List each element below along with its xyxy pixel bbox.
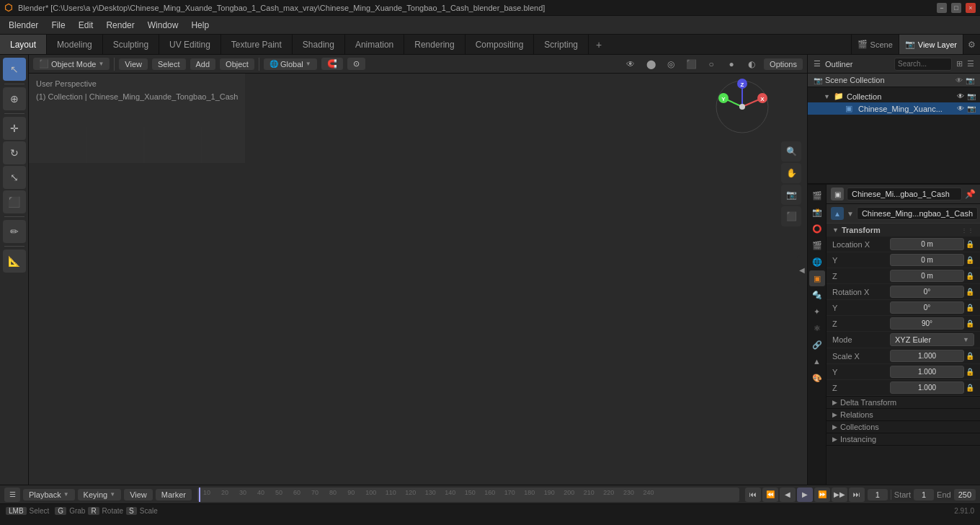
jump-start-button[interactable]: ⏮ bbox=[745, 488, 761, 502]
current-frame-field[interactable]: 1 bbox=[868, 489, 888, 500]
play-reverse-button[interactable]: ◀ bbox=[780, 488, 796, 502]
annotate-tool-button[interactable]: ✏ bbox=[3, 220, 26, 243]
select-tool-button[interactable]: ↖ bbox=[3, 58, 26, 81]
rotation-y-lock[interactable]: 🔒 bbox=[966, 304, 974, 312]
sidebar-collapse-button[interactable]: ◀ bbox=[797, 255, 807, 284]
measure-tool-button[interactable]: 📐 bbox=[3, 250, 26, 273]
tree-render-mesh[interactable]: 📷 bbox=[967, 105, 976, 112]
view-layer-selector[interactable]: 📷View Layer bbox=[899, 35, 963, 54]
scale-y-field[interactable]: 1.000 bbox=[890, 366, 964, 378]
proportional-edit-button[interactable]: ⊙ bbox=[347, 58, 365, 70]
prop-icon-constraints[interactable]: 🔗 bbox=[809, 337, 825, 353]
jump-end-button[interactable]: ⏭ bbox=[849, 488, 865, 502]
tab-scripting[interactable]: Scripting bbox=[534, 35, 589, 54]
relations-header[interactable]: ▶ Relations bbox=[827, 409, 980, 420]
play-forward-button[interactable]: ⏩ bbox=[814, 488, 830, 502]
shading-eevee[interactable]: ◐ bbox=[744, 56, 760, 72]
select-menu[interactable]: Select bbox=[152, 58, 186, 70]
outliner-options-button[interactable]: ☰ bbox=[967, 59, 974, 69]
overlay-toggle[interactable]: ⬤ bbox=[643, 56, 659, 72]
end-frame-field[interactable]: 250 bbox=[954, 489, 976, 500]
location-x-lock[interactable]: 🔒 bbox=[966, 240, 974, 248]
menu-edit[interactable]: Edit bbox=[73, 18, 99, 32]
keying-menu[interactable]: Keying ▼ bbox=[78, 489, 122, 500]
object-mode-selector[interactable]: ⬛ Object Mode ▼ bbox=[33, 58, 110, 70]
tab-uv-editing[interactable]: UV Editing bbox=[159, 35, 221, 54]
shading-solid[interactable]: ⬛ bbox=[683, 56, 699, 72]
scene-selector[interactable]: 🎬Scene bbox=[852, 35, 899, 54]
tree-item-collection[interactable]: ▼ 📁 Collection 👁 📷 bbox=[808, 90, 980, 102]
snap-button[interactable]: 🧲 bbox=[321, 58, 343, 70]
outliner-search-input[interactable] bbox=[894, 58, 952, 71]
zoom-gizmo-button[interactable]: 🔍 bbox=[781, 141, 801, 162]
menu-file[interactable]: File bbox=[45, 18, 71, 32]
workspace-options-button[interactable]: ⚙ bbox=[963, 35, 980, 54]
scale-x-field[interactable]: 1.000 bbox=[890, 350, 964, 362]
navigation-gizmo[interactable]: X Y Z bbox=[713, 78, 771, 136]
scene-collection-render[interactable]: 📷 bbox=[966, 76, 974, 84]
prev-frame-button[interactable]: ⏪ bbox=[762, 488, 778, 502]
timeline-track[interactable]: 10 20 30 40 50 60 70 80 90 100 110 120 1… bbox=[197, 488, 739, 502]
close-button[interactable]: × bbox=[966, 3, 976, 13]
prop-icon-world[interactable]: 🌐 bbox=[809, 254, 825, 270]
scale-z-lock[interactable]: 🔒 bbox=[966, 384, 974, 392]
location-y-lock[interactable]: 🔒 bbox=[966, 256, 974, 264]
tab-texture-paint[interactable]: Texture Paint bbox=[221, 35, 293, 54]
cursor-tool-button[interactable]: ⊕ bbox=[3, 87, 26, 110]
tab-compositing[interactable]: Compositing bbox=[466, 35, 535, 54]
play-button[interactable]: ▶ bbox=[797, 488, 813, 502]
menu-window[interactable]: Window bbox=[142, 18, 184, 32]
move-gizmo-button[interactable]: ✋ bbox=[781, 163, 801, 183]
rotate-tool-button[interactable]: ↻ bbox=[3, 141, 26, 164]
location-z-field[interactable]: 0 m bbox=[890, 270, 964, 282]
tab-modeling[interactable]: Modeling bbox=[47, 35, 103, 54]
outliner-filter-button[interactable]: ⊞ bbox=[956, 59, 963, 69]
prop-icon-material[interactable]: 🎨 bbox=[809, 370, 825, 386]
prop-icon-data[interactable]: ▲ bbox=[809, 353, 825, 369]
prop-icon-physics[interactable]: ⚛ bbox=[809, 320, 825, 336]
rotation-mode-selector[interactable]: XYZ Euler ▼ bbox=[890, 333, 974, 346]
transform-section-header[interactable]: ▼ Transform ⋮⋮ bbox=[827, 224, 980, 237]
object-menu[interactable]: Object bbox=[220, 58, 254, 70]
marker-menu[interactable]: Marker bbox=[156, 489, 192, 500]
tab-rendering[interactable]: Rendering bbox=[404, 35, 465, 54]
collections-header[interactable]: ▶ Collections bbox=[827, 421, 980, 433]
view-menu[interactable]: View bbox=[119, 58, 148, 70]
prop-icon-modifier[interactable]: 🔩 bbox=[809, 287, 825, 303]
data-name-field[interactable]: Chinese_Ming...ngbao_1_Cash bbox=[857, 207, 978, 220]
tab-layout[interactable]: Layout bbox=[0, 35, 47, 54]
timeline-mode-button[interactable]: ☰ bbox=[4, 488, 20, 502]
location-y-field[interactable]: 0 m bbox=[890, 254, 964, 266]
data-dropdown-arrow[interactable]: ▼ bbox=[847, 210, 854, 218]
tab-shading[interactable]: Shading bbox=[293, 35, 345, 54]
rotation-y-field[interactable]: 0° bbox=[890, 301, 964, 314]
scale-y-lock[interactable]: 🔒 bbox=[966, 368, 974, 376]
menu-blender[interactable]: Blender bbox=[3, 18, 44, 32]
camera-gizmo-button[interactable]: 📷 bbox=[781, 185, 801, 205]
tab-sculpting[interactable]: Sculpting bbox=[103, 35, 159, 54]
prop-icon-scene[interactable]: 🎬 bbox=[809, 237, 825, 253]
shading-material[interactable]: ○ bbox=[703, 56, 719, 72]
viewport[interactable]: ⬛ Object Mode ▼ View Select Add Object 🌐… bbox=[29, 55, 807, 485]
maximize-button[interactable]: □ bbox=[951, 3, 961, 13]
location-z-lock[interactable]: 🔒 bbox=[966, 272, 974, 280]
options-button[interactable]: Options bbox=[764, 58, 803, 70]
object-pin-button[interactable]: 📌 bbox=[965, 189, 976, 199]
transform-selector[interactable]: 🌐 Global ▼ bbox=[264, 58, 317, 70]
view-menu-timeline[interactable]: View bbox=[124, 489, 153, 500]
rotation-z-field[interactable]: 90° bbox=[890, 317, 964, 330]
transform-tool-button[interactable]: ⬛ bbox=[3, 190, 26, 213]
tree-eye-collection[interactable]: 👁 bbox=[957, 92, 964, 100]
menu-help[interactable]: Help bbox=[185, 18, 215, 32]
delta-transform-header[interactable]: ▶ Delta Transform bbox=[827, 397, 980, 408]
tree-item-mesh[interactable]: ▣ Chinese_Ming_Xuanc... 👁 📷 bbox=[808, 102, 980, 115]
scale-x-lock[interactable]: 🔒 bbox=[966, 352, 974, 360]
shading-rendered[interactable]: ● bbox=[723, 56, 739, 72]
prop-icon-object[interactable]: ▣ bbox=[809, 270, 825, 286]
location-x-field[interactable]: 0 m bbox=[890, 238, 964, 250]
menu-render[interactable]: Render bbox=[100, 18, 140, 32]
tree-render-collection[interactable]: 📷 bbox=[967, 92, 976, 100]
rotation-x-field[interactable]: 0° bbox=[890, 286, 964, 298]
rotation-z-lock[interactable]: 🔒 bbox=[966, 319, 974, 327]
prop-icon-particles[interactable]: ✦ bbox=[809, 304, 825, 319]
